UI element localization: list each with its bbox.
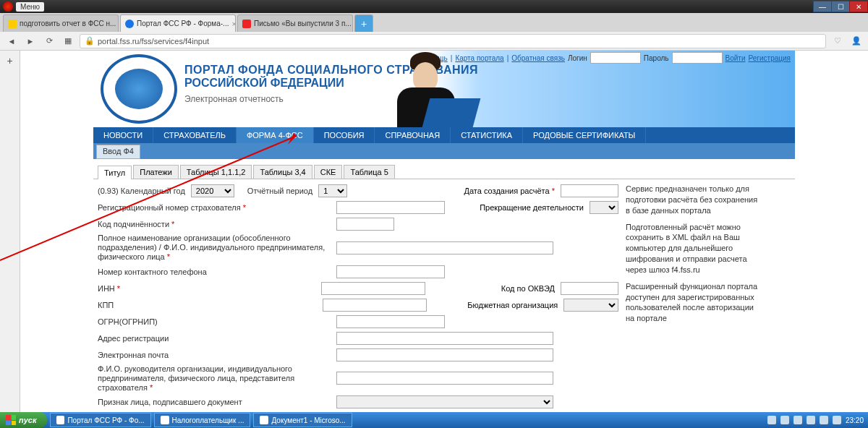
- nav-form4[interactable]: ФОРМА 4-ФСС: [237, 127, 314, 143]
- phone-label: Номер контактного телефона: [98, 268, 336, 276]
- addr-label: Адрес регистрации: [98, 334, 336, 343]
- sidebar-add-icon[interactable]: +: [7, 55, 12, 67]
- browser-tab[interactable]: Письмо «Вы выпустили 3 п...×: [237, 14, 353, 32]
- bookmark-icon[interactable]: ♡: [830, 34, 845, 48]
- head-input[interactable]: [336, 372, 553, 385]
- url-text: portal.fss.ru/fss/services/f4input: [98, 37, 209, 46]
- page-header: Помощь | Карта портала | Обратная связь …: [93, 51, 795, 127]
- browser-tab[interactable]: подготовить отчет в ФСС н...×: [3, 14, 119, 32]
- browser-tabbar: подготовить отчет в ФСС н...× Портал ФСС…: [0, 13, 868, 32]
- stop-select[interactable]: [590, 201, 618, 214]
- code-input[interactable]: [336, 218, 394, 231]
- budget-select[interactable]: [563, 299, 618, 312]
- tray-icon[interactable]: [767, 416, 776, 424]
- tab-table5[interactable]: Таблица 5: [344, 165, 394, 179]
- kpp-input[interactable]: [323, 299, 427, 312]
- nav-benefits[interactable]: ПОСОБИЯ: [314, 127, 375, 143]
- new-tab-button[interactable]: +: [354, 14, 373, 32]
- browser-tab[interactable]: Портал ФСС РФ - Форма-...×: [120, 14, 236, 32]
- inn-input[interactable]: [321, 282, 425, 295]
- browser-sidebar: +: [0, 51, 20, 412]
- main-nav: НОВОСТИ СТРАХОВАТЕЛЬ ФОРМА 4-ФСС ПОСОБИЯ…: [93, 127, 795, 143]
- taskbar-item[interactable]: Налогоплательщик ...: [154, 413, 251, 427]
- tab-payments[interactable]: Платежи: [133, 165, 179, 179]
- opera-logo-icon: [3, 1, 13, 12]
- regnum-label: Регистрационный номер страхователя: [98, 203, 336, 212]
- favicon: [242, 20, 251, 28]
- nav-back-icon[interactable]: ◄: [4, 34, 19, 48]
- taskbar-item[interactable]: Портал ФСС РФ - Фо...: [50, 413, 151, 427]
- tab-ske[interactable]: СКЕ: [314, 165, 343, 179]
- password-input[interactable]: [672, 52, 723, 64]
- window-close[interactable]: ✕: [849, 1, 868, 12]
- tab-tables112[interactable]: Таблицы 1,1.1,2: [180, 165, 252, 179]
- nav-certs[interactable]: РОДОВЫЕ СЕРТИФИКАТЫ: [523, 127, 646, 143]
- password-label: Пароль: [644, 54, 669, 62]
- windows-taskbar: пуск Портал ФСС РФ - Фо... Налогоплатель…: [0, 412, 868, 428]
- okved-input[interactable]: [561, 282, 618, 295]
- help-aside: Сервис предназначен только для подготовк…: [618, 184, 763, 412]
- created-label: Дата создания расчёта: [416, 187, 561, 195]
- header-illustration: [383, 55, 469, 127]
- ogrn-input[interactable]: [336, 315, 445, 328]
- addr-input[interactable]: [336, 332, 553, 345]
- created-input[interactable]: [561, 184, 618, 197]
- lock-icon: 🔒: [85, 36, 95, 46]
- nav-reload-icon[interactable]: ⟳: [42, 34, 56, 48]
- form-tabs: Титул Платежи Таблицы 1,1.1,2 Таблицы 3,…: [93, 165, 795, 179]
- address-bar[interactable]: 🔒portal.fss.ru/fss/services/f4input: [80, 34, 826, 48]
- signin-link[interactable]: Войти: [726, 54, 746, 62]
- register-link[interactable]: Регистрация: [749, 54, 791, 62]
- email-label: Электронная почта: [98, 351, 336, 359]
- tab-label: Письмо «Вы выпустили 3 п...: [254, 20, 352, 27]
- code-label: Код подчинённости: [98, 220, 336, 228]
- tray-icon[interactable]: [780, 416, 789, 424]
- favicon: [8, 20, 17, 28]
- aside-text: Расширенный функционал портала доступен …: [626, 281, 763, 324]
- task-icon: [161, 416, 169, 424]
- nav-news[interactable]: НОВОСТИ: [93, 127, 153, 143]
- tray-icon[interactable]: [820, 416, 828, 424]
- fullname-input[interactable]: [336, 241, 553, 254]
- ogrn-label: ОГРН(ОГРНИП): [98, 317, 336, 326]
- login-input[interactable]: [590, 52, 641, 64]
- nav-stats[interactable]: СТАТИСТИКА: [451, 127, 523, 143]
- nav-insurer[interactable]: СТРАХОВАТЕЛЬ: [153, 127, 237, 143]
- tab-close-icon[interactable]: ×: [116, 20, 119, 28]
- aside-text: Сервис предназначен только для подготовк…: [626, 184, 763, 216]
- tab-tables34[interactable]: Таблицы 3,4: [253, 165, 312, 179]
- window-minimize[interactable]: —: [813, 1, 832, 12]
- tray-icon[interactable]: [807, 416, 815, 424]
- phone-input[interactable]: [336, 265, 445, 278]
- okved-label: Код по ОКВЭД: [425, 284, 561, 293]
- period-label: Отчётный период: [234, 187, 318, 195]
- login-label: Логин: [568, 54, 587, 62]
- period-select[interactable]: 1: [318, 184, 347, 197]
- aside-text: Подготовленный расчёт можно сохранить в …: [626, 222, 763, 275]
- nav-forward-icon[interactable]: ►: [23, 34, 38, 48]
- fullname-label: Полное наименование организации (обособл…: [98, 234, 336, 262]
- browser-menu-button[interactable]: Меню: [16, 2, 44, 12]
- nav-apps-icon[interactable]: ▦: [61, 34, 75, 48]
- profile-icon[interactable]: 👤: [849, 34, 864, 48]
- tab-title[interactable]: Титул: [98, 166, 132, 179]
- link-feedback[interactable]: Обратная связь: [511, 54, 565, 62]
- window-maximize[interactable]: ☐: [831, 1, 850, 12]
- tray-icon[interactable]: [793, 416, 802, 424]
- subnav-input-f4[interactable]: Ввод Ф4: [96, 145, 140, 159]
- tray-icon[interactable]: [833, 416, 841, 424]
- start-button[interactable]: пуск: [0, 412, 47, 428]
- taskbar-item[interactable]: Документ1 - Microso...: [253, 413, 352, 427]
- tab-close-icon[interactable]: ×: [229, 20, 236, 28]
- nav-reference[interactable]: СПРАВОЧНАЯ: [375, 127, 451, 143]
- clock[interactable]: 23:20: [846, 416, 864, 424]
- year-select[interactable]: 2020: [191, 184, 234, 197]
- fss-logo: [99, 53, 179, 125]
- kpp-label: КПП: [98, 301, 323, 309]
- budget-label: Бюджетная организация: [427, 301, 563, 309]
- email-input[interactable]: [336, 348, 553, 361]
- regnum-input[interactable]: [336, 201, 445, 214]
- tab-close-icon[interactable]: ×: [352, 20, 353, 28]
- inn-label: ИНН: [98, 284, 321, 293]
- sign-select[interactable]: [336, 395, 553, 408]
